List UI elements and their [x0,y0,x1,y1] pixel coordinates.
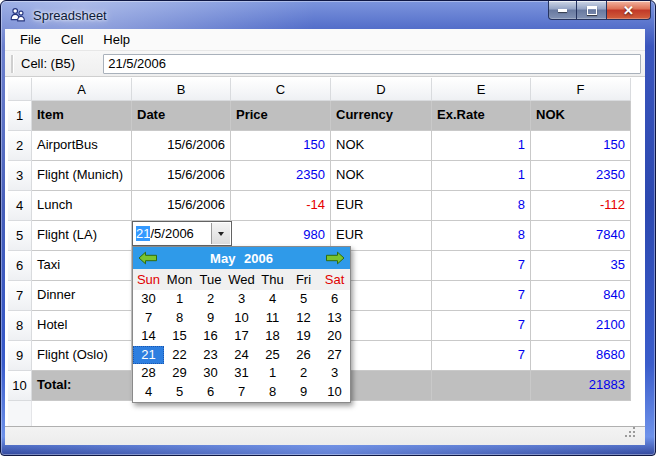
menu-file[interactable]: File [10,30,51,49]
row-header-9[interactable]: 9 [8,341,32,371]
calendar-day[interactable]: 22 [164,346,195,365]
next-month-button[interactable] [325,250,345,265]
calendar-day[interactable]: 21 [133,346,164,365]
calendar-day[interactable]: 30 [195,364,226,383]
calendar-day[interactable]: 11 [257,309,288,328]
calendar-day[interactable]: 2 [288,364,319,383]
cell-E7[interactable]: 7 [432,281,531,311]
cell-E2[interactable]: 1 [432,131,531,161]
calendar-day[interactable]: 4 [257,290,288,309]
row-header-1[interactable]: 1 [8,101,32,131]
calendar-day[interactable]: 2 [195,290,226,309]
cell-B1[interactable]: Date [132,101,231,131]
calendar-day[interactable]: 29 [164,364,195,383]
maximize-button[interactable] [577,1,606,20]
calendar-day[interactable]: 20 [319,327,350,346]
calendar-day[interactable]: 8 [257,383,288,402]
date-editor[interactable]: 21/5/2006 [132,221,232,246]
resize-grip[interactable] [631,432,641,442]
cell-F9[interactable]: 8680 [531,341,631,371]
cell-E9[interactable]: 7 [432,341,531,371]
cell-D3[interactable]: NOK [331,161,432,191]
calendar-day[interactable]: 25 [257,346,288,365]
calendar-day[interactable]: 19 [288,327,319,346]
cell-D4[interactable]: EUR [331,191,432,221]
calendar-day[interactable]: 3 [226,290,257,309]
column-header-B[interactable]: B [132,78,231,101]
calendar-day[interactable]: 1 [257,364,288,383]
close-button[interactable]: ✕ [606,1,651,20]
cell-A10[interactable]: Total: [32,371,132,401]
calendar-day[interactable]: 12 [288,309,319,328]
cell-E4[interactable]: 8 [432,191,531,221]
cell-E6[interactable]: 7 [432,251,531,281]
date-dropdown-button[interactable] [211,223,230,244]
calendar-day[interactable]: 18 [257,327,288,346]
cell-A2[interactable]: AirportBus [32,131,132,161]
cell-E10[interactable] [432,371,531,401]
cell-F2[interactable]: 150 [531,131,631,161]
calendar-day[interactable]: 17 [226,327,257,346]
calendar-day[interactable]: 7 [133,309,164,328]
cell-A3[interactable]: Flight (Munich) [32,161,132,191]
calendar-day[interactable]: 7 [226,383,257,402]
titlebar[interactable]: Spreadsheet ✕ [1,1,655,29]
calendar-day[interactable]: 9 [195,309,226,328]
minimize-button[interactable] [548,1,577,20]
calendar-day[interactable]: 14 [133,327,164,346]
cell-E5[interactable]: 8 [432,221,531,251]
cell-A8[interactable]: Hotel [32,311,132,341]
cell-F8[interactable]: 2100 [531,311,631,341]
cell-C4[interactable]: -14 [231,191,331,221]
column-header-F[interactable]: F [531,78,631,101]
cell-B3[interactable]: 15/6/2006 [132,161,231,191]
cell-B4[interactable]: 15/6/2006 [132,191,231,221]
calendar-day[interactable]: 26 [288,346,319,365]
row-header-6[interactable]: 6 [8,251,32,281]
cell-F4[interactable]: -112 [531,191,631,221]
cell-E3[interactable]: 1 [432,161,531,191]
calendar-day[interactable]: 5 [288,290,319,309]
calendar-day[interactable]: 9 [288,383,319,402]
prev-month-button[interactable] [138,250,158,265]
cell-F5[interactable]: 7840 [531,221,631,251]
calendar-day[interactable]: 6 [319,290,350,309]
row-header-8[interactable]: 8 [8,311,32,341]
column-header-C[interactable]: C [231,78,331,101]
row-header-7[interactable]: 7 [8,281,32,311]
toolbar-handle[interactable] [11,55,13,73]
cell-F10[interactable]: 21883 [531,371,631,401]
cell-B2[interactable]: 15/6/2006 [132,131,231,161]
row-header-3[interactable]: 3 [8,161,32,191]
cell-A1[interactable]: Item [32,101,132,131]
corner-header-cell[interactable] [8,78,32,101]
cell-C3[interactable]: 2350 [231,161,331,191]
calendar-day[interactable]: 23 [195,346,226,365]
cell-A4[interactable]: Lunch [32,191,132,221]
cell-E8[interactable]: 7 [432,311,531,341]
cell-D1[interactable]: Currency [331,101,432,131]
cell-E1[interactable]: Ex.Rate [432,101,531,131]
calendar-day[interactable]: 1 [164,290,195,309]
calendar-day[interactable]: 3 [319,364,350,383]
cell-A6[interactable]: Taxi [32,251,132,281]
cell-F1[interactable]: NOK [531,101,631,131]
menu-help[interactable]: Help [93,30,140,49]
calendar-day[interactable]: 15 [164,327,195,346]
row-header-2[interactable]: 2 [8,131,32,161]
calendar-day[interactable]: 4 [133,383,164,402]
calendar-day[interactable]: 6 [195,383,226,402]
row-header-5[interactable]: 5 [8,221,32,251]
cell-A5[interactable]: Flight (LA) [32,221,132,251]
row-header-10[interactable]: 10 [8,371,32,401]
cell-C2[interactable]: 150 [231,131,331,161]
calendar-day[interactable]: 10 [226,309,257,328]
column-header-E[interactable]: E [432,78,531,101]
calendar-day[interactable]: 31 [226,364,257,383]
cell-C1[interactable]: Price [231,101,331,131]
calendar-day[interactable]: 5 [164,383,195,402]
calendar-day[interactable]: 8 [164,309,195,328]
cell-A7[interactable]: Dinner [32,281,132,311]
cell-D2[interactable]: NOK [331,131,432,161]
cell-A9[interactable]: Flight (Oslo) [32,341,132,371]
